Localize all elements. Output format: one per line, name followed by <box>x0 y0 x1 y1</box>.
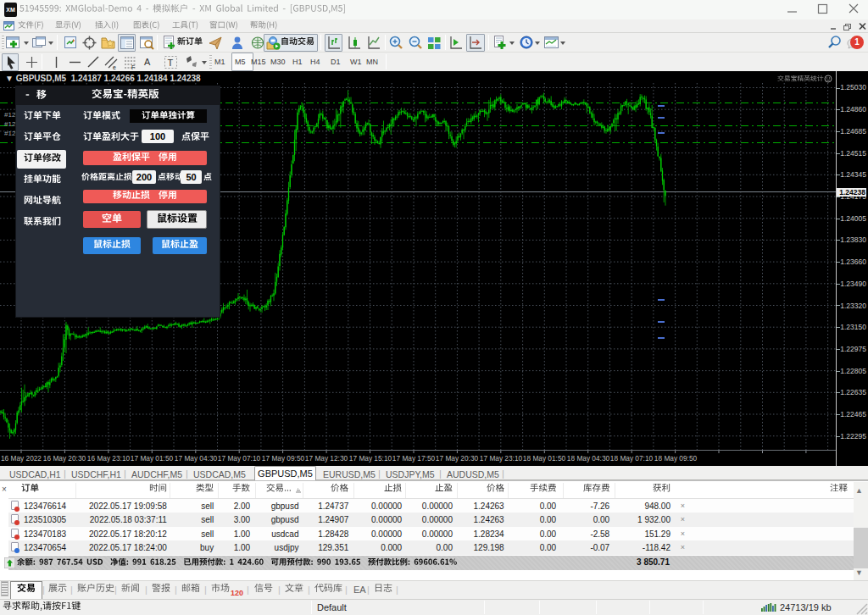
svg-text:e: e <box>113 64 116 70</box>
svg-text:T: T <box>168 58 174 68</box>
svg-text:F: F <box>131 64 135 70</box>
